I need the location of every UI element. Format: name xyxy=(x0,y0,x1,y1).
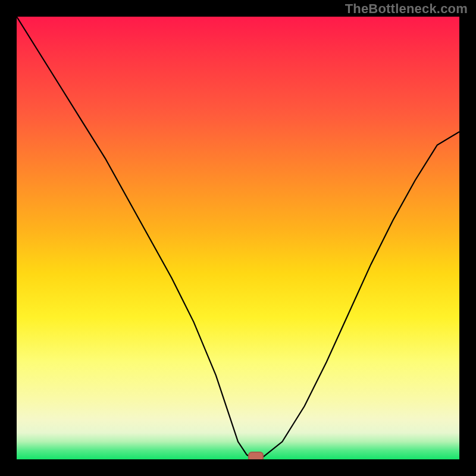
chart-frame: TheBottleneck.com xyxy=(0,0,476,476)
minimum-marker xyxy=(248,452,264,459)
watermark-text: TheBottleneck.com xyxy=(345,1,468,17)
plot-area xyxy=(17,17,459,459)
bottleneck-curve xyxy=(17,17,459,459)
